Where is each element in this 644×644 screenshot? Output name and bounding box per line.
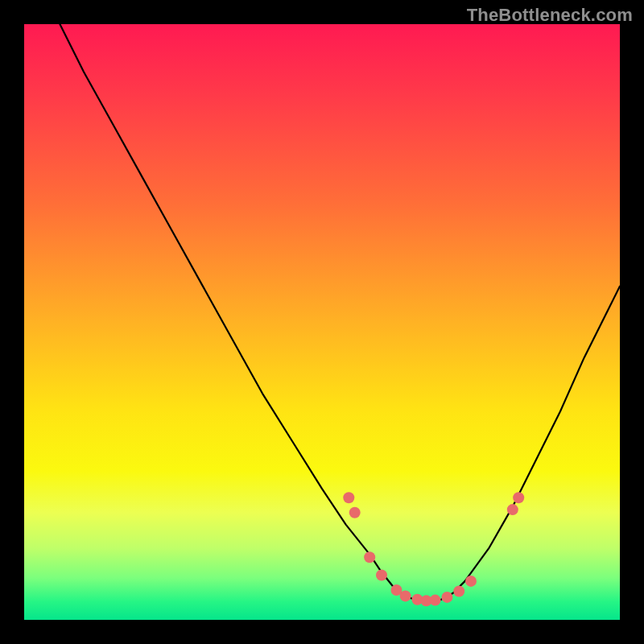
data-marker [453,586,464,597]
data-marker [430,595,441,606]
data-marker [441,592,452,603]
data-marker [364,551,375,563]
plot-area [24,24,620,620]
data-marker [507,504,518,515]
data-marker [513,492,524,503]
data-marker [465,576,477,587]
data-marker [343,492,354,503]
data-markers [343,492,524,606]
data-marker [349,507,361,518]
data-marker [376,570,387,581]
chart-frame: TheBottleneck.com [0,0,644,644]
curve-line [60,24,620,602]
chart-svg [24,24,620,620]
data-marker [400,590,411,601]
watermark-text: TheBottleneck.com [467,5,633,26]
